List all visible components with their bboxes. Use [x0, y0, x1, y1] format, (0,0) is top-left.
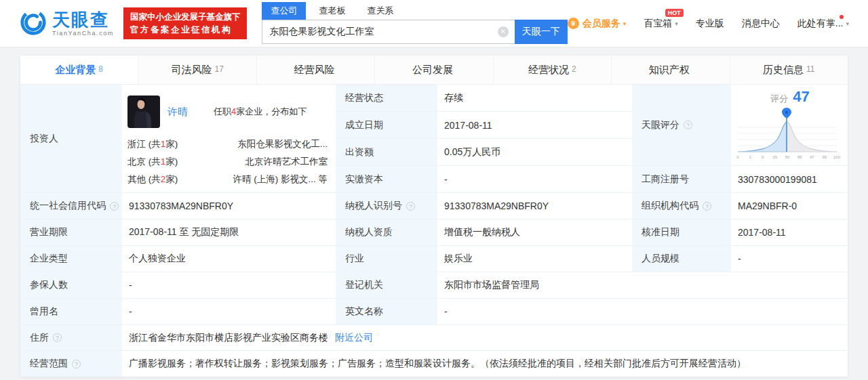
tab-company-development[interactable]: 公司发展	[375, 56, 493, 84]
top-nav: ♛ 会员服务 ▾ 百宝箱 ▾ HOT 专业版 消息中心 此处有掌... ▾	[568, 18, 849, 30]
field-value: 91330783MA29NBFR0Y	[129, 200, 233, 211]
tianyancha-logo-icon	[19, 8, 47, 39]
search-button[interactable]: 天眼一下	[515, 20, 568, 44]
svg-text:0: 0	[736, 155, 739, 159]
help-icon[interactable]: ?	[703, 202, 711, 211]
search-tab-company[interactable]: 查公司	[262, 2, 306, 20]
tab-label: 经营风险	[294, 64, 335, 77]
field-value-cell: 存续	[437, 85, 632, 112]
gov-badge-line2: 官方备案企业征信机构	[130, 24, 241, 37]
tab-judicial-risk[interactable]: 司法风险17	[138, 56, 256, 84]
tab-history-info[interactable]: 历史信息11	[730, 56, 848, 84]
score-value: 47	[793, 88, 809, 106]
clear-search-icon[interactable]: ✕	[498, 26, 509, 37]
nav-vip-services[interactable]: ♛ 会员服务 ▾	[568, 18, 627, 30]
score-bell-curve-chart: 0 1 3 15 50 85 97 99 100	[732, 106, 842, 164]
score-pin-icon	[782, 108, 791, 119]
tab-count: 2	[572, 64, 576, 74]
search-tab-relation[interactable]: 查关系	[358, 2, 402, 20]
field-value: 东阳市市场监督管理局	[444, 279, 539, 291]
tab-operating-status[interactable]: 经营状况2	[494, 56, 612, 84]
field-value-cell: 91330783MA29NBFR0Y	[437, 193, 632, 219]
field-value-cell: 娱乐业	[437, 246, 632, 272]
business-scope-value-cell: 广播影视服务；著作权转让服务；影视策划服务；广告服务；造型和服装设计服务。（依法…	[122, 351, 848, 377]
search-input[interactable]	[262, 20, 514, 44]
field-label: 核准日期	[642, 226, 679, 238]
field-label-cell: 纳税人识别号?	[336, 193, 437, 219]
field-label-cell: 参保人数	[20, 272, 122, 299]
field-label: 曾用名	[30, 305, 58, 318]
field-label: 纳税人识别号	[345, 200, 402, 212]
field-value: 91330783MA29NBFR0Y	[444, 200, 549, 211]
field-value-cell: 330783000199081	[731, 166, 848, 193]
tianyancha-logo[interactable]: 天眼查 TianYanCha.com	[19, 8, 114, 39]
field-value-cell: 个人独资企业	[122, 246, 336, 272]
svg-text:99: 99	[822, 155, 827, 159]
field-value-cell: 2017-08-11 至 无固定期限	[122, 219, 336, 246]
nav-message-center[interactable]: 消息中心	[742, 18, 780, 30]
field-value-cell: -	[437, 166, 632, 193]
field-value: 2017-08-11	[444, 120, 492, 131]
field-value: -	[738, 253, 741, 264]
nearby-companies-link[interactable]: 附近公司	[335, 332, 373, 344]
region-label: 浙江 (共1家)	[127, 135, 178, 153]
region-company-link[interactable]: 东阳仓果影视文化工...	[237, 135, 328, 153]
tab-operating-risk[interactable]: 经营风险	[257, 56, 375, 84]
field-label-cell: 企业类型	[20, 246, 122, 272]
help-icon[interactable]: ?	[406, 202, 415, 211]
help-icon[interactable]: ?	[684, 121, 692, 129]
field-value-cell: 增值税一般纳税人	[437, 219, 632, 246]
nav-pro-version[interactable]: 专业版	[696, 18, 724, 30]
help-icon[interactable]: ?	[110, 202, 119, 211]
field-label-cell: 成立日期	[336, 112, 437, 139]
help-icon[interactable]: ?	[53, 333, 62, 342]
field-label: 成立日期	[345, 119, 383, 131]
investor-region-row: 浙江 (共1家) 东阳仓果影视文化工...	[127, 135, 328, 153]
field-label: 营业期限	[30, 226, 68, 238]
field-label-cell: 统一社会信用代码?	[20, 193, 122, 219]
field-label-cell: 登记机关	[336, 272, 437, 299]
tab-company-background[interactable]: 企业背景8	[20, 56, 138, 84]
investor-name-link[interactable]: 许晴	[167, 106, 188, 119]
score-label-cell: 天眼评分 ?	[632, 85, 731, 166]
tab-intellectual-property[interactable]: 知识产权	[612, 56, 730, 84]
company-info-table: 投资人 许晴 任职4家企业，分布如下	[20, 85, 848, 377]
job-prefix: 任职	[214, 106, 231, 117]
help-icon[interactable]: ?	[72, 360, 81, 368]
nav-more-label: 此处有掌...	[797, 18, 844, 30]
address-value-cell: 浙江省金华市东阳市横店影视产业实验区商务楼 附近公司	[122, 325, 848, 351]
svg-text:85: 85	[797, 155, 802, 159]
nav-more[interactable]: 此处有掌... ▾	[797, 18, 849, 30]
search-tabs: 查公司 查老板 查关系	[262, 3, 567, 20]
field-label-cell: 英文名称	[336, 299, 437, 325]
nav-toolbox[interactable]: 百宝箱 ▾ HOT	[644, 18, 678, 30]
search-tab-boss[interactable]: 查老板	[310, 2, 354, 20]
field-label: 人员规模	[642, 253, 679, 265]
field-value-cell: 0.05万人民币	[437, 139, 632, 166]
field-value: 2017-08-11 至 无固定期限	[129, 226, 239, 238]
investor-avatar[interactable]	[127, 96, 160, 128]
field-value: -	[129, 306, 132, 317]
region-company-link[interactable]: 许晴 (上海) 影视文... 等	[233, 171, 328, 188]
field-label-cell: 实缴资本	[336, 166, 437, 193]
field-value-cell: 2017-08-11	[437, 112, 632, 139]
field-label-cell: 曾用名	[20, 299, 122, 325]
tab-label: 经营状况	[528, 64, 569, 77]
region-company-link[interactable]: 北京许晴艺术工作室	[245, 153, 328, 171]
field-value-cell: -	[731, 246, 848, 272]
chevron-down-icon: ▾	[675, 20, 678, 27]
region-label: 北京 (共1家)	[127, 153, 178, 171]
investor-card: 许晴 任职4家企业，分布如下 浙江 (共1家) 东阳仓果影视文化工... 北京 …	[122, 85, 336, 193]
field-label: 住所	[30, 332, 49, 344]
tab-count: 17	[214, 64, 223, 74]
field-value: -	[444, 306, 448, 317]
field-label-cell: 行业	[336, 246, 437, 272]
field-value: 330783000199081	[738, 174, 817, 185]
field-label: 经营状态	[345, 92, 383, 104]
field-label: 经营范围	[30, 358, 68, 370]
field-label-cell: 出资额	[336, 139, 437, 166]
field-label-cell: 住所?	[20, 325, 122, 351]
field-label: 纳税人资质	[345, 226, 393, 238]
field-value: MA29NBFR-0	[738, 200, 797, 211]
field-value-cell: -	[437, 299, 848, 325]
